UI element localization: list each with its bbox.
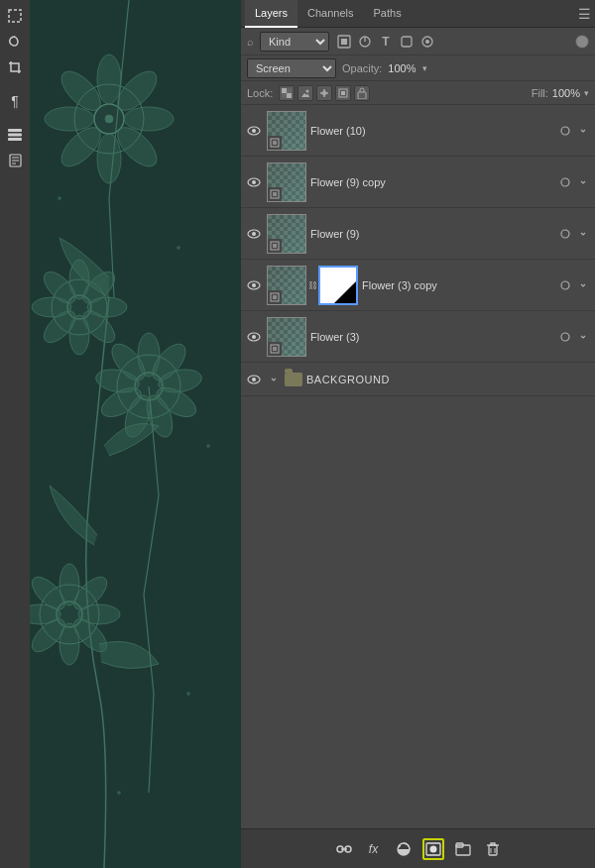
toolbar: ¶ — [0, 0, 30, 868]
thumb-container: ⛓ — [267, 266, 358, 305]
layer-row[interactable]: Flower (10) — [241, 105, 595, 157]
lock-icons — [279, 85, 370, 101]
filter-kind-select[interactable]: Kind — [260, 32, 329, 52]
tab-paths[interactable]: Paths — [364, 0, 412, 28]
svg-point-52 — [178, 247, 180, 250]
layer-expand-icon[interactable] — [575, 329, 591, 345]
tool-notes[interactable] — [3, 149, 27, 172]
svg-point-61 — [425, 40, 429, 44]
svg-rect-105 — [489, 845, 497, 855]
layer-row[interactable]: ⛓ Flower (3) copy — [241, 260, 595, 311]
svg-point-15 — [97, 134, 121, 183]
svg-point-54 — [187, 693, 190, 696]
panel-menu-icon[interactable]: ☰ — [578, 0, 591, 28]
delete-layer-icon[interactable] — [482, 838, 504, 860]
group-layer-row[interactable]: BACKGROUND — [241, 363, 595, 396]
eye-visibility-btn[interactable] — [245, 328, 263, 346]
svg-rect-3 — [8, 138, 22, 141]
svg-rect-89 — [273, 295, 277, 299]
svg-rect-62 — [282, 88, 287, 93]
layer-name: Flower (9) — [310, 228, 553, 240]
group-expand-icon[interactable] — [267, 373, 281, 386]
svg-rect-94 — [273, 347, 277, 351]
tool-paragraph[interactable]: ¶ — [3, 89, 27, 113]
tool-lasso[interactable] — [3, 30, 27, 54]
layer-actions — [557, 174, 591, 190]
tool-crop[interactable] — [3, 55, 27, 79]
layers-list[interactable]: Flower (10) — [241, 105, 595, 828]
fill-value[interactable]: 100% — [552, 87, 580, 99]
lock-image-icon[interactable] — [298, 85, 313, 101]
svg-rect-79 — [273, 192, 277, 196]
eye-visibility-btn[interactable] — [245, 173, 263, 191]
eye-visibility-btn[interactable] — [245, 276, 263, 294]
tab-layers[interactable]: Layers — [245, 0, 298, 28]
layer-expand-icon[interactable] — [575, 123, 591, 139]
layer-chain-icon: ⛓ — [308, 280, 316, 290]
layer-settings-icon[interactable] — [557, 174, 573, 190]
tab-channels[interactable]: Channels — [298, 0, 363, 28]
link-layers-icon[interactable] — [333, 838, 355, 860]
svg-point-95 — [561, 333, 569, 341]
layer-settings-icon[interactable] — [557, 277, 573, 293]
layer-expand-icon[interactable] — [575, 277, 591, 293]
svg-point-90 — [561, 281, 569, 289]
panel-bottom: fx — [241, 828, 595, 868]
svg-rect-69 — [341, 91, 345, 95]
svg-point-11 — [97, 54, 121, 104]
svg-point-80 — [561, 178, 569, 186]
lock-transparent-icon[interactable] — [279, 85, 295, 101]
svg-point-97 — [252, 378, 256, 381]
svg-point-53 — [207, 445, 210, 448]
svg-rect-70 — [358, 92, 366, 99]
lock-label: Lock: — [247, 87, 273, 99]
lock-bar: Lock: — [241, 81, 595, 105]
svg-point-17 — [45, 107, 94, 131]
svg-point-51 — [59, 197, 61, 200]
thumb-container — [267, 317, 306, 357]
group-name: BACKGROUND — [306, 374, 390, 385]
new-group-icon[interactable] — [452, 838, 474, 860]
filter-toggle[interactable] — [575, 35, 589, 49]
tool-marquee[interactable] — [3, 4, 27, 28]
filter-type-icon[interactable]: T — [377, 33, 395, 51]
layer-actions — [557, 123, 591, 139]
svg-point-87 — [252, 283, 256, 287]
add-mask-icon[interactable] — [422, 838, 444, 860]
svg-rect-74 — [273, 141, 277, 145]
layer-row[interactable]: Flower (9) — [241, 208, 595, 260]
opacity-value[interactable]: 100% — [388, 62, 416, 74]
lock-all-icon[interactable] — [354, 85, 370, 101]
eye-visibility-btn[interactable] — [245, 225, 263, 243]
opacity-arrow[interactable]: ▾ — [422, 63, 427, 73]
layer-settings-icon[interactable] — [557, 123, 573, 139]
lock-position-icon[interactable] — [316, 85, 332, 101]
filter-pixel-icon[interactable] — [335, 33, 353, 51]
thumb-container — [267, 111, 306, 151]
eye-visibility-btn[interactable] — [245, 371, 263, 388]
filter-icons: T — [335, 33, 436, 51]
fill-arrow[interactable]: ▾ — [584, 88, 589, 98]
layer-row[interactable]: Flower (3) — [241, 311, 595, 363]
eye-visibility-btn[interactable] — [245, 122, 263, 140]
layer-expand-icon[interactable] — [575, 174, 591, 190]
layer-settings-icon[interactable] — [557, 226, 573, 242]
tool-layers-panel[interactable] — [3, 123, 27, 147]
layer-thumbnail — [267, 163, 306, 202]
blend-mode-select[interactable]: Screen — [247, 58, 336, 78]
svg-rect-59 — [402, 37, 412, 47]
layer-actions — [557, 329, 591, 345]
layer-settings-icon[interactable] — [557, 329, 573, 345]
filter-smart-icon[interactable] — [418, 33, 436, 51]
fx-icon[interactable]: fx — [363, 838, 385, 860]
layer-row[interactable]: Flower (9) copy — [241, 157, 595, 208]
layer-expand-icon[interactable] — [575, 226, 591, 242]
svg-rect-84 — [273, 244, 277, 248]
new-fill-icon[interactable] — [393, 838, 415, 860]
layers-panel: Layers Channels Paths ☰ ⌕ Kind — [241, 0, 595, 868]
filter-shape-icon[interactable] — [398, 33, 416, 51]
layer-thumbnail — [267, 266, 306, 305]
filter-adjust-icon[interactable] — [356, 33, 374, 51]
lock-artboard-icon[interactable] — [335, 85, 351, 101]
svg-point-72 — [252, 129, 256, 133]
